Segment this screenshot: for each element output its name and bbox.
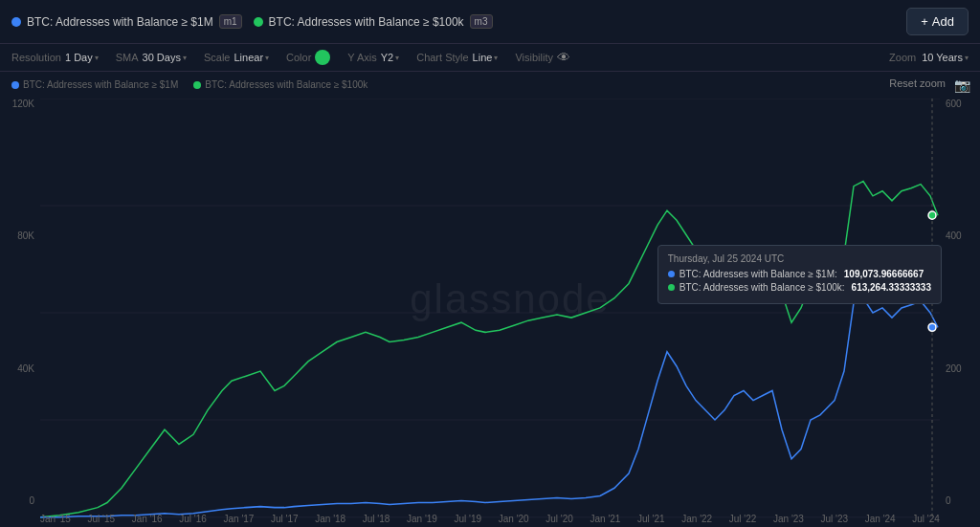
sma-select[interactable]: 30 Days ▾ — [143, 52, 187, 63]
x-label-1: Jul '15 — [88, 514, 116, 524]
chart-subtitle-series1: BTC: Addresses with Balance ≥ $1M — [11, 79, 178, 90]
x-label-12: Jan '21 — [590, 514, 621, 524]
chart-style-control: Chart Style Line ▾ — [416, 52, 498, 63]
sma-label: SMA — [116, 52, 139, 63]
visibility-control: Visibility 👁 — [515, 50, 570, 65]
y-left-40k: 40K — [17, 363, 34, 374]
color-control: Color — [286, 50, 330, 65]
svg-point-7 — [928, 211, 936, 219]
tooltip-row-1: BTC: Addresses with Balance ≥ $1M: 109,0… — [668, 269, 931, 279]
tooltip-dot-2 — [668, 284, 675, 291]
x-label-11: Jul '20 — [546, 514, 573, 524]
chart-style-value: Line — [473, 52, 493, 63]
reset-zoom-button[interactable]: Reset zoom — [889, 77, 946, 89]
x-label-19: Jul '24 — [912, 514, 940, 524]
scale-control: Scale Linear ▾ — [204, 52, 269, 63]
chart-subtitle-series2: BTC: Addresses with Balance ≥ $100k — [193, 79, 368, 90]
x-label-6: Jan '18 — [315, 514, 345, 524]
x-label-15: Jul '22 — [729, 514, 757, 524]
y-right-0: 0 — [946, 495, 951, 506]
x-label-2: Jan '16 — [132, 514, 163, 524]
tooltip: Thursday, Jul 25 2024 UTC BTC: Addresses… — [657, 245, 942, 304]
sma-chevron: ▾ — [183, 54, 187, 62]
yaxis-chevron: ▾ — [395, 54, 399, 62]
legend-label-2: BTC: Addresses with Balance ≥ $100k — [269, 15, 464, 29]
x-label-9: Jul '19 — [455, 514, 482, 524]
tooltip-value-1: 109,073.96666667 — [844, 269, 924, 279]
y-axis-right: 600 400 200 0 — [940, 99, 980, 506]
scale-label: Scale — [204, 52, 231, 63]
y-right-200: 200 — [946, 363, 962, 374]
visibility-label: Visibility — [515, 52, 553, 63]
tooltip-label-2: BTC: Addresses with Balance ≥ $100k: — [679, 282, 845, 293]
x-label-7: Jul '18 — [363, 514, 390, 524]
chart-style-label: Chart Style — [416, 52, 468, 63]
tooltip-value-2: 613,264.33333333 — [852, 282, 931, 293]
x-label-10: Jan '20 — [499, 514, 529, 524]
x-label-4: Jan '17 — [224, 514, 255, 524]
yaxis-control: Y Axis Y2 ▾ — [347, 52, 399, 63]
y-left-0: 0 — [29, 495, 34, 506]
chart-style-chevron: ▾ — [494, 54, 498, 62]
zoom-chevron: ▾ — [965, 54, 969, 62]
x-label-5: Jul '17 — [271, 514, 299, 524]
resolution-control: Resolution 1 Day ▾ — [11, 52, 99, 63]
color-picker[interactable] — [315, 50, 330, 65]
yaxis-label: Y Axis — [347, 52, 376, 63]
chart-subtitle: BTC: Addresses with Balance ≥ $1M BTC: A… — [11, 79, 368, 90]
x-label-16: Jan '23 — [773, 514, 804, 524]
legend-dot-1 — [11, 17, 21, 27]
y-left-80k: 80K — [17, 231, 34, 241]
x-axis: Jan '15 Jul '15 Jan '16 Jul '16 Jan '17 … — [40, 506, 940, 527]
x-label-0: Jan '15 — [40, 514, 71, 524]
legend-badge-2[interactable]: m3 — [470, 14, 493, 29]
yaxis-select[interactable]: Y2 ▾ — [381, 52, 399, 63]
scale-chevron: ▾ — [265, 54, 269, 62]
resolution-chevron: ▾ — [95, 54, 99, 62]
series-green-line — [40, 182, 938, 517]
x-label-13: Jul '21 — [637, 514, 665, 524]
x-label-18: Jan '24 — [865, 514, 896, 524]
x-label-17: Jul '23 — [821, 514, 849, 524]
header-bar: BTC: Addresses with Balance ≥ $1M m1 BTC… — [0, 0, 980, 44]
legend-item-1: BTC: Addresses with Balance ≥ $1M m1 — [11, 14, 242, 29]
chart-svg — [40, 99, 940, 527]
x-label-14: Jan '22 — [681, 514, 712, 524]
color-label: Color — [286, 52, 311, 63]
resolution-select[interactable]: 1 Day ▾ — [65, 52, 99, 63]
tooltip-label-1: BTC: Addresses with Balance ≥ $1M: — [679, 269, 837, 279]
eye-icon[interactable]: 👁 — [557, 50, 570, 65]
resolution-value: 1 Day — [65, 52, 93, 63]
chart-area[interactable]: BTC: Addresses with Balance ≥ $1M BTC: A… — [0, 72, 980, 527]
controls-bar: Resolution 1 Day ▾ SMA 30 Days ▾ Scale L… — [0, 44, 980, 72]
app-container: BTC: Addresses with Balance ≥ $1M m1 BTC… — [0, 0, 980, 527]
scale-select[interactable]: Linear ▾ — [234, 52, 269, 63]
add-icon: + — [921, 14, 928, 29]
camera-icon[interactable]: 📷 — [954, 77, 970, 93]
zoom-label: Zoom — [889, 52, 916, 63]
tooltip-date: Thursday, Jul 25 2024 UTC — [668, 253, 931, 264]
yaxis-value: Y2 — [381, 52, 393, 63]
x-label-8: Jan '19 — [407, 514, 437, 524]
sma-control: SMA 30 Days ▾ — [116, 52, 187, 63]
scale-value: Linear — [234, 52, 263, 63]
svg-point-6 — [928, 323, 936, 331]
y-left-120k: 120K — [12, 99, 34, 109]
y-right-600: 600 — [946, 99, 962, 109]
zoom-control: Zoom 10 Years ▾ — [889, 52, 969, 63]
chart-style-select[interactable]: Line ▾ — [473, 52, 499, 63]
legend: BTC: Addresses with Balance ≥ $1M m1 BTC… — [11, 14, 493, 29]
add-button[interactable]: + Add — [906, 8, 969, 35]
tooltip-row-2: BTC: Addresses with Balance ≥ $100k: 613… — [668, 282, 931, 293]
tooltip-dot-1 — [668, 271, 675, 277]
sma-value: 30 Days — [143, 52, 181, 63]
zoom-select[interactable]: 10 Years ▾ — [922, 52, 969, 63]
legend-label-1: BTC: Addresses with Balance ≥ $1M — [27, 15, 213, 29]
y-right-400: 400 — [946, 231, 962, 241]
zoom-value: 10 Years — [922, 52, 963, 63]
legend-badge-1[interactable]: m1 — [219, 14, 242, 29]
y-axis-left: 120K 80K 40K 0 — [0, 99, 40, 506]
legend-item-2: BTC: Addresses with Balance ≥ $100k m3 — [254, 14, 493, 29]
legend-dot-2 — [254, 17, 263, 27]
add-label: Add — [932, 14, 954, 29]
